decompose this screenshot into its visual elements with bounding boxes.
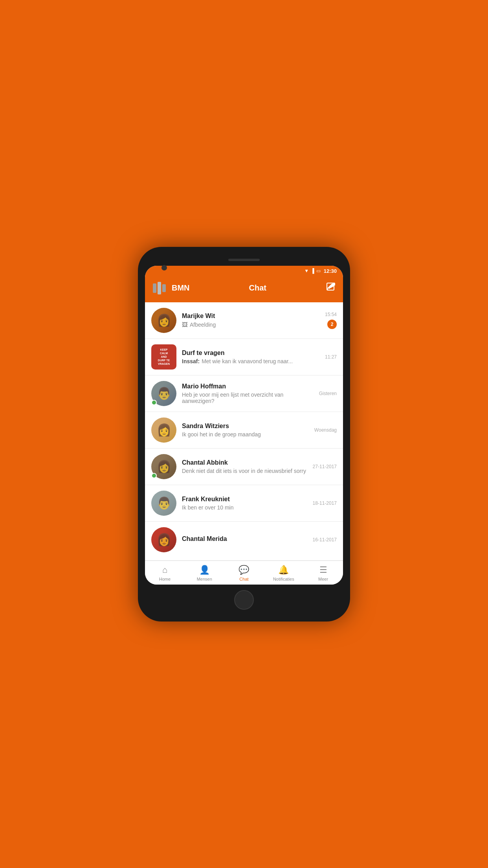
preview-sender: Inssaf: <box>182 358 200 364</box>
chat-content: Chantal Merida <box>182 535 309 544</box>
chat-item[interactable]: KEEP CALM AND DURF TE VRAGEN Durf te vra… <box>145 339 343 375</box>
avatar-wrap: 👨 <box>151 381 176 406</box>
nav-mensen[interactable]: 👤 Mensen <box>185 565 224 581</box>
compose-button[interactable] <box>326 282 336 294</box>
svg-rect-0 <box>153 283 156 293</box>
battery-icon: ▭ <box>316 268 321 274</box>
avatar-silhouette: 👩 <box>151 527 176 552</box>
unread-badge: 2 <box>327 320 337 329</box>
chat-preview: Heb je voor mij een lijst met overzicht … <box>182 392 315 404</box>
avatar: 👩 <box>151 527 176 552</box>
chat-preview: 🖼 Afbeelding <box>182 321 321 328</box>
chat-name: Chantal Abbink <box>182 459 309 466</box>
image-preview-icon: 🖼 <box>182 321 188 328</box>
chat-item[interactable]: 👩 Chantal Merida 16-11-2017 <box>145 522 343 561</box>
chat-content: Frank Kreukniet Ik ben er over 10 min <box>182 496 309 511</box>
header-title: Chat <box>190 283 326 292</box>
chat-name: Mario Hoffman <box>182 383 315 390</box>
chat-name: Chantal Merida <box>182 535 309 542</box>
chat-item[interactable]: 👨 Mario Hoffman Heb je voor mij een lijs… <box>145 375 343 412</box>
bmn-logo <box>152 280 168 296</box>
chat-content: Mario Hoffman Heb je voor mij een lijst … <box>182 383 315 404</box>
phone-speaker <box>228 259 260 261</box>
svg-rect-1 <box>158 282 161 294</box>
header-left: BMN <box>152 280 190 296</box>
chat-meta: 11:27 <box>325 354 337 360</box>
chat-list: 👩 Marijke Wit 🖼 Afbeelding 15:54 2 <box>145 302 343 561</box>
phone-screen: ▼ ▐ ▭ 12:30 BMN Chat <box>145 266 343 585</box>
chat-name: Durf te vragen <box>182 349 321 357</box>
chat-name: Frank Kreukniet <box>182 496 309 503</box>
chat-preview: Denk niet dat dit iets is voor in de nie… <box>182 468 309 474</box>
chat-meta: 18-11-2017 <box>313 500 337 506</box>
meer-icon: ☰ <box>319 565 327 575</box>
group-avatar: KEEP CALM AND DURF TE VRAGEN <box>151 344 176 370</box>
notifications-icon: 🔔 <box>278 565 289 575</box>
chat-name: Sandra Witziers <box>182 423 310 430</box>
chat-meta: Woensdag <box>314 427 337 433</box>
chat-content: Marijke Wit 🖼 Afbeelding <box>182 313 321 328</box>
chat-content: Sandra Witziers Ik gooi het in de groep … <box>182 423 310 438</box>
chat-time: 11:27 <box>325 354 337 360</box>
chat-preview: Ik gooi het in de groep maandag <box>182 431 310 438</box>
nav-chat[interactable]: 💬 Chat <box>224 565 264 581</box>
chat-content: Durf te vragen Inssaf: Met wie kan ik va… <box>182 349 321 364</box>
nav-chat-label: Chat <box>239 577 248 581</box>
phone-home-button[interactable] <box>234 590 254 610</box>
app-brand: BMN <box>172 283 190 292</box>
nav-notificaties-label: Notificaties <box>273 577 294 581</box>
nav-notificaties[interactable]: 🔔 Notificaties <box>264 565 303 581</box>
chat-time: Gisteren <box>319 391 337 396</box>
chat-meta: 16-11-2017 <box>313 537 337 542</box>
chat-item[interactable]: 👩 Marijke Wit 🖼 Afbeelding 15:54 2 <box>145 302 343 339</box>
avatar-wrap: 👨 <box>151 491 176 516</box>
chat-time: 18-11-2017 <box>313 500 337 506</box>
avatar-wrap: 👩 <box>151 308 176 333</box>
svg-rect-2 <box>162 284 166 292</box>
phone-camera <box>161 265 167 270</box>
avatar-silhouette: 👩 <box>151 308 176 333</box>
nav-meer[interactable]: ☰ Meer <box>303 565 343 581</box>
chat-content: Chantal Abbink Denk niet dat dit iets is… <box>182 459 309 474</box>
chat-icon: 💬 <box>238 565 249 575</box>
avatar: 👨 <box>151 491 176 516</box>
chat-preview: Inssaf: Met wie kan ik vanavond terug na… <box>182 358 321 364</box>
nav-home-label: Home <box>159 577 171 581</box>
chat-item[interactable]: 👨 Frank Kreukniet Ik ben er over 10 min … <box>145 485 343 522</box>
compose-icon <box>326 282 336 292</box>
nav-meer-label: Meer <box>318 577 328 581</box>
logo-svg <box>152 280 168 296</box>
avatar-wrap: 👩 <box>151 527 176 552</box>
chat-name: Marijke Wit <box>182 313 321 320</box>
avatar: 👩 <box>151 417 176 443</box>
chat-item[interactable]: 👩 Chantal Abbink Denk niet dat dit iets … <box>145 449 343 485</box>
wifi-icon: ▼ <box>304 268 309 274</box>
chat-time: 16-11-2017 <box>313 537 337 542</box>
online-indicator <box>151 400 157 405</box>
home-icon: ⌂ <box>162 565 167 575</box>
chat-time: 15:54 <box>325 312 337 317</box>
avatar-wrap: 👩 <box>151 454 176 479</box>
bottom-nav: ⌂ Home 👤 Mensen 💬 Chat 🔔 Notificaties ☰ … <box>145 561 343 585</box>
status-bar: ▼ ▐ ▭ 12:30 <box>145 266 343 276</box>
status-time: 12:30 <box>324 268 337 274</box>
chat-preview: Ik ben er over 10 min <box>182 504 309 511</box>
chat-meta: 27-11-2017 <box>313 464 337 469</box>
avatar-wrap: KEEP CALM AND DURF TE VRAGEN <box>151 344 176 370</box>
nav-mensen-label: Mensen <box>197 577 212 581</box>
chat-item[interactable]: 👩 Sandra Witziers Ik gooi het in de groe… <box>145 412 343 449</box>
nav-home[interactable]: ⌂ Home <box>145 565 185 581</box>
status-icons: ▼ ▐ ▭ <box>304 268 320 274</box>
avatar-silhouette: 👨 <box>151 491 176 516</box>
online-indicator <box>151 473 157 478</box>
chat-time: 27-11-2017 <box>313 464 337 469</box>
phone-device: ▼ ▐ ▭ 12:30 BMN Chat <box>138 247 350 622</box>
avatar-wrap: 👩 <box>151 417 176 443</box>
signal-icon: ▐ <box>311 268 314 274</box>
avatar: 👩 <box>151 308 176 333</box>
chat-meta: 15:54 2 <box>325 312 337 329</box>
avatar-silhouette: 👩 <box>151 417 176 443</box>
chat-meta: Gisteren <box>319 391 337 396</box>
app-header: BMN Chat <box>145 276 343 302</box>
mensen-icon: 👤 <box>199 565 210 575</box>
